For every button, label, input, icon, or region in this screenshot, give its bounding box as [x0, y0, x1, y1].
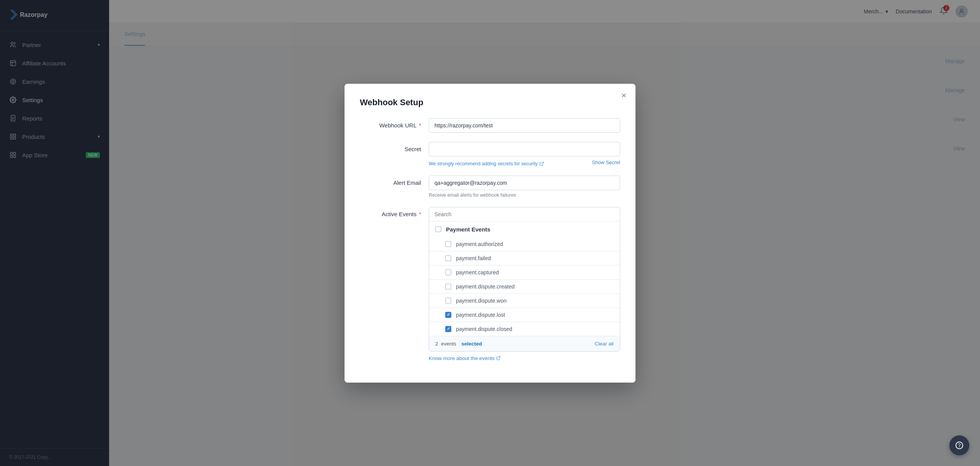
payment-dispute-won-checkbox[interactable] — [445, 298, 451, 304]
clear-all-button[interactable]: Clear all — [595, 341, 614, 347]
payment-captured-checkbox[interactable] — [445, 269, 451, 275]
alert-email-input[interactable] — [429, 176, 620, 190]
secret-hint-row: We strongly recommend adding secrets for… — [429, 159, 620, 166]
events-selected-text: 2 events selected — [435, 341, 484, 347]
svg-line-21 — [541, 162, 544, 164]
event-name: payment.dispute.created — [456, 284, 514, 290]
event-name: payment.dispute.lost — [456, 312, 505, 318]
alert-email-label: Alert Email — [360, 176, 421, 186]
payment-dispute-created-checkbox[interactable] — [445, 284, 451, 290]
alert-email-hint: Receive email alerts for webhook failure… — [429, 192, 620, 198]
list-item[interactable]: payment.dispute.won — [429, 294, 620, 308]
secret-input[interactable] — [429, 142, 620, 156]
list-item[interactable]: payment.dispute.lost — [429, 308, 620, 322]
support-button[interactable] — [949, 435, 969, 455]
event-name: payment.dispute.won — [456, 298, 506, 304]
modal-title: Webhook Setup — [360, 98, 620, 108]
events-search-input[interactable] — [429, 207, 620, 222]
events-list: Payment Events payment.authorized paymen… — [429, 222, 620, 336]
list-item[interactable]: payment.authorized — [429, 237, 620, 251]
list-item[interactable]: payment.dispute.closed — [429, 322, 620, 336]
required-indicator: * — [417, 122, 421, 129]
alert-email-row: Alert Email Receive email alerts for web… — [360, 176, 620, 198]
secret-row: Secret We strongly recommend adding secr… — [360, 142, 620, 166]
modal-close-button[interactable]: × — [621, 91, 626, 100]
webhook-url-row: Webhook URL * — [360, 118, 620, 133]
payment-events-group-header[interactable]: Payment Events — [429, 222, 620, 237]
modal-overlay: Webhook Setup × Webhook URL * Secret We … — [0, 0, 980, 466]
payment-dispute-lost-checkbox[interactable] — [445, 312, 451, 318]
payment-dispute-closed-checkbox[interactable] — [445, 326, 451, 332]
events-footer: 2 events selected Clear all — [429, 336, 620, 351]
alert-email-field: Receive email alerts for webhook failure… — [429, 176, 620, 198]
secret-hint-link[interactable]: We strongly recommend adding secrets for… — [429, 161, 544, 166]
payment-events-label: Payment Events — [446, 226, 490, 233]
webhook-url-label: Webhook URL * — [360, 118, 421, 129]
active-events-row: Active Events * Payment Events — [360, 207, 620, 361]
list-item[interactable]: payment.dispute.created — [429, 280, 620, 293]
event-name: payment.authorized — [456, 241, 503, 247]
active-events-field: Payment Events payment.authorized paymen… — [429, 207, 620, 361]
webhook-url-field — [429, 118, 620, 133]
secret-field: We strongly recommend adding secrets for… — [429, 142, 620, 166]
payment-failed-checkbox[interactable] — [445, 255, 451, 261]
webhook-url-input[interactable] — [429, 118, 620, 133]
list-item[interactable]: payment.captured — [429, 266, 620, 279]
webhook-setup-modal: Webhook Setup × Webhook URL * Secret We … — [345, 84, 635, 383]
event-name: payment.captured — [456, 269, 499, 275]
show-secret-button[interactable]: Show Secret — [592, 160, 620, 165]
secret-label: Secret — [360, 142, 421, 152]
events-container: Payment Events payment.authorized paymen… — [429, 207, 620, 352]
payment-events-group-checkbox[interactable] — [435, 226, 441, 232]
payment-authorized-checkbox[interactable] — [445, 241, 451, 247]
know-more-link[interactable]: Know more about the events — [429, 355, 620, 361]
event-name: payment.dispute.closed — [456, 326, 512, 332]
events-required: * — [417, 211, 421, 217]
event-name: payment.failed — [456, 255, 491, 261]
list-item[interactable]: payment.failed — [429, 251, 620, 265]
active-events-label: Active Events * — [360, 207, 421, 217]
selected-highlight: selected — [459, 341, 484, 347]
svg-line-22 — [498, 357, 500, 359]
